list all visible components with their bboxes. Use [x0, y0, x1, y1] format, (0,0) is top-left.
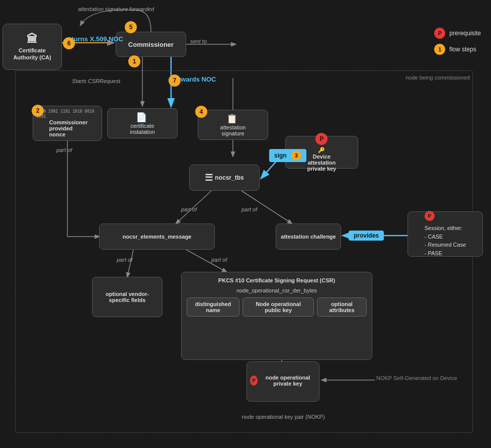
legend-prereq-badge: P — [434, 28, 445, 39]
badge-step7: 7 — [169, 74, 181, 87]
legend-prerequisite: P prerequisite — [434, 28, 481, 39]
nocsr-elements-label: nocsr_elements_message — [123, 234, 192, 240]
nonce-bits: 1000 1001 1101 1010 0010 0101 — [36, 109, 99, 120]
nocsr-tbs-box: ☰ nocsr_tbs — [189, 165, 260, 191]
legend-flow-badge: 1 — [434, 44, 445, 55]
attest-challenge-label: attestation challenge — [281, 234, 336, 240]
badge-step3-inline: 3 — [291, 152, 301, 159]
node-op-key-inner-box: Node operational public key — [242, 297, 314, 317]
nocsr-tbs-label: nocsr_tbs — [215, 174, 243, 181]
pkcs-title: PKCS #10 Certificate Signing Request (CS… — [218, 277, 335, 283]
key-icon: 🔑 — [318, 147, 325, 153]
provides-label: provides — [349, 231, 384, 241]
badge-step3: 3 — [291, 151, 301, 161]
prereq-badge-3: P — [250, 376, 258, 386]
starts-csr-label: Starts CSRRequest — [72, 78, 120, 84]
attest-sig-label: attestationsignature — [220, 124, 246, 136]
badge-step4: 4 — [195, 106, 207, 118]
optional-vendor-box: optional vendor-specific fields — [92, 277, 162, 317]
badge-step1: 1 — [128, 55, 140, 67]
part-of-2: part of — [241, 206, 257, 212]
nokp-box: P node operational private key — [247, 361, 319, 402]
legend-prereq-label: prerequisite — [449, 30, 481, 37]
ca-box: 🏛 Certificate Authority (CA) — [3, 24, 62, 70]
nokp-pair-label: node operational key pair (NOKP) — [241, 414, 324, 420]
cert-icon: 📄 — [136, 112, 147, 123]
sign-label: sign — [274, 152, 287, 159]
cert-install-label: certificateinstalation — [130, 123, 155, 135]
session-text: Session, either:- CASE- Resumed Case- PA… — [425, 224, 466, 257]
legend-flow-label: flow steps — [449, 46, 476, 53]
bank-icon: 🏛 — [27, 33, 38, 46]
diagram-container: node being commissioned 🏛 Certificate Au… — [0, 0, 491, 448]
optional-attrs-inner-box: optional attributes — [317, 297, 367, 317]
dist-name-inner-box: distinguished name — [187, 297, 239, 317]
part-of-nonce: part of — [56, 147, 72, 153]
part-of-4: part of — [211, 257, 227, 263]
pkcs-subtitle: node_operational_csr_der_bytes — [236, 287, 317, 293]
optional-vendor-label: optional vendor-specific fields — [96, 291, 159, 303]
prereq-badge-2: P — [425, 211, 435, 221]
legend-flow-steps: 1 flow steps — [434, 44, 481, 55]
nokp-self-gen-label: NOKP Self-Generated on Device — [376, 375, 457, 381]
badge-step6: 6 — [63, 37, 75, 49]
session-content: P Session, either:- CASE- Resumed Case- … — [425, 211, 466, 257]
attest-sig-box: 📋 attestationsignature — [198, 110, 268, 140]
nonce-label: Commissionerprovidednonce — [49, 119, 88, 137]
ca-label: Certificate Authority (CA) — [6, 47, 58, 61]
sent-to-label: sent to — [190, 38, 207, 44]
commissioner-box: Commissioner — [116, 32, 186, 57]
pkcs-inner-row: distinguished name Node operational publ… — [187, 297, 367, 317]
cert-install-box: 📄 certificateinstalation — [107, 108, 178, 138]
node-commissioned-label: node being commissioned — [405, 74, 470, 81]
attest-forwarded-label: attestation signature forwarded — [78, 6, 154, 12]
attest-challenge-box: attestation challenge — [276, 223, 341, 250]
pkcs-box: PKCS #10 Certificate Signing Request (CS… — [181, 272, 372, 360]
attest-icon: 📋 — [226, 113, 237, 124]
badge-step5: 5 — [125, 21, 137, 33]
device-attest-label: 🔑 Deviceattestationprivate key — [307, 147, 336, 172]
nokp-pair-label-box: node operational key pair (NOKP) — [228, 407, 339, 427]
session-box: P Session, either:- CASE- Resumed Case- … — [407, 211, 483, 257]
part-of-3: part of — [117, 257, 132, 263]
badge-step2: 2 — [32, 105, 44, 117]
legend: P prerequisite 1 flow steps — [434, 28, 481, 55]
prereq-badge-1: P — [315, 133, 328, 145]
commissioner-label: Commissioner — [128, 41, 174, 48]
sign-badge: sign 3 — [269, 149, 306, 162]
nokp-label: node operational private key — [260, 375, 316, 387]
doc-icon: ☰ — [205, 172, 213, 183]
nokp-content: P node operational private key — [250, 375, 316, 389]
nocsr-elements-box: nocsr_elements_message — [99, 223, 215, 250]
part-of-1: part of — [181, 206, 197, 212]
